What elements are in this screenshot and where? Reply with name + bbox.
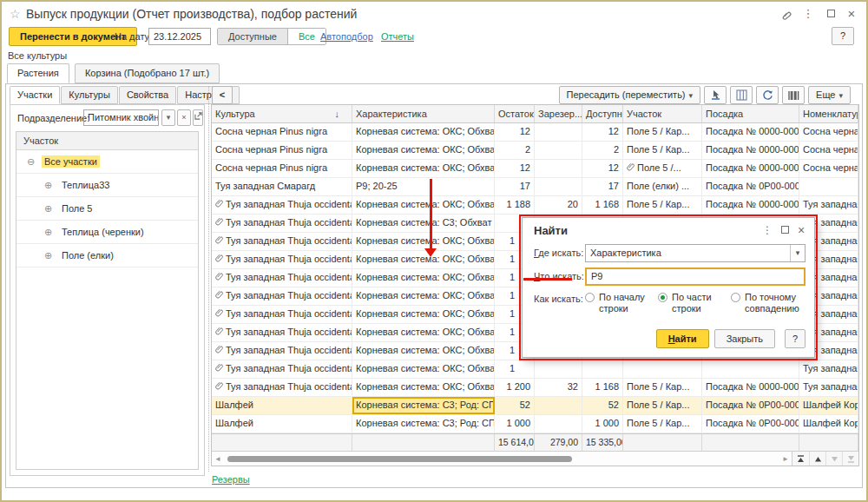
scroll-right-icon[interactable]: ► [779,455,792,463]
scroll-left-icon[interactable]: ◄ [212,455,224,463]
segment-available[interactable]: Доступные [218,29,287,44]
paperclip-icon [215,290,223,300]
nav-last-button[interactable] [842,452,858,466]
window-title: Выпуск продукции (Отчет производства), п… [26,7,357,21]
left-panel: Подразделение: Питомник хвойные ▾ × Учас… [10,104,205,476]
table-row[interactable]: ШалфейКорневая система: С3; Род: СП5252П… [212,397,858,415]
table-row[interactable]: Туя западная СмарагдP9; 20-251717Поле (е… [212,178,858,196]
tree-row[interactable]: ⊕Теплица33 [16,174,198,197]
dialog-maximize-icon[interactable] [778,223,792,237]
radio-label: По точному совпадению [745,292,802,314]
cell-kultura: Туя западная Thuja occidentalis ... [212,360,352,378]
cell-kultura: Шалфей [212,397,352,414]
radio-icon[interactable] [585,293,595,302]
tree-header[interactable]: Участок [16,132,198,150]
dialog-menu-icon[interactable]: ⋮ [760,223,774,237]
header-cell[interactable]: Остаток [495,105,535,123]
table-row[interactable]: Сосна черная Pinus nigraКорневая система… [212,123,858,142]
panel-splitter[interactable] [208,86,209,472]
nav-down-button[interactable] [825,452,842,466]
barcode-button[interactable] [782,86,805,104]
back-button[interactable]: < [212,86,233,104]
left-tab-1[interactable]: Культуры [61,86,118,104]
autopick-link[interactable]: Автоподбор [320,31,373,42]
table-row[interactable]: Туя западная Thuja occidentalis ...Корне… [212,360,858,379]
expand-icon[interactable]: ⊕ [43,227,54,238]
header-cell[interactable]: Участок [623,105,702,123]
close-icon[interactable]: × [844,6,859,22]
radio-option-1[interactable]: По части строки [658,292,729,314]
cell-posadka: Посадка № 0000-0000... [702,196,799,214]
find-button[interactable]: Найти [656,329,709,348]
open-icon[interactable] [193,109,203,126]
link-icon[interactable] [778,6,793,22]
nav-up-button[interactable] [809,452,825,466]
header-cell[interactable]: Посадка [702,105,799,123]
paperclip-icon [215,217,223,227]
header-cell[interactable]: Доступно [582,105,623,123]
tree-row[interactable]: ⊕Поле (елки) [16,244,198,268]
table-row[interactable]: Сосна черная Pinus nigraКорневая система… [212,160,858,178]
scroll-thumb[interactable] [227,456,572,462]
left-tab-2[interactable]: Свойства [119,86,176,104]
radio-icon[interactable] [731,293,740,302]
dialog-help-button[interactable]: ? [785,329,806,348]
replant-button[interactable]: Пересадить (переместить)▾ [559,86,701,104]
menu-dots-icon[interactable]: ⋮ [800,6,816,22]
chevron-down-icon[interactable]: ▾ [790,245,805,261]
header-cell[interactable]: Номенклатура [799,105,858,123]
left-tab-0[interactable]: Участки [10,86,60,104]
hscrollbar[interactable]: ◄ ► [212,451,858,466]
help-button[interactable]: ? [832,27,854,45]
expand-icon[interactable]: ⊕ [43,180,54,191]
nav-first-button[interactable] [792,452,809,466]
tab-plants[interactable]: Растения [7,63,69,83]
where-select[interactable]: Характеристика ▾ [585,244,806,262]
cell-posadka: Посадка № 0Р00-00009... [702,178,799,195]
cell-harakteristika: Корневая система: ОКС; Обхват ... [352,324,495,341]
cell-ostatok: 1 000 [495,415,535,433]
tree-row[interactable]: ⊕Поле 5 [16,197,198,221]
hand-pick-button[interactable] [704,86,727,104]
date-input[interactable] [148,28,211,45]
radio-checked-icon[interactable] [658,293,667,302]
table-row[interactable]: Туя западная Thuja occidentalis ...Корне… [212,196,858,215]
annotation-arrow-head [424,248,437,257]
table-row[interactable]: Сосна черная Pinus nigraКорневая система… [212,142,858,160]
columns-button[interactable] [730,86,753,104]
cell-uchastok: Поле (елки) ... [623,178,702,195]
expand-icon[interactable]: ⊕ [43,203,54,215]
favorite-star-icon[interactable]: ☆ [10,7,21,21]
radio-option-2[interactable]: По точному совпадению [731,292,802,314]
cell-ostatok: 12 [495,123,535,141]
refresh-button[interactable] [756,86,779,104]
cell-zarezervirovano [535,360,582,378]
maximize-icon[interactable] [823,6,838,22]
header-cell[interactable]: Зарезер... [535,105,582,123]
radio-option-0[interactable]: По началу строки [585,292,656,314]
tab-basket[interactable]: Корзина (Подобрано 17 шт.) [75,63,220,83]
cell-uchastok: Поле 5 / Кар... [623,379,702,396]
table-row[interactable]: Туя западная Thuja occidentalis ...Корне… [212,379,858,397]
clear-icon[interactable]: × [177,109,191,126]
tree-row[interactable]: ⊕Теплица (черенки) [16,221,198,244]
dialog-close-icon[interactable]: × [794,223,808,237]
header-cell[interactable]: Культура↓ [212,105,352,123]
expand-icon[interactable]: ⊕ [43,250,54,261]
close-button[interactable]: Закрыть [714,329,775,348]
what-input[interactable]: P9 [585,268,806,286]
cell-harakteristika: Корневая система: ОКС; Обхват ... [352,251,495,268]
tree-row[interactable]: ⊖Все участки [16,150,198,174]
header-cell[interactable]: Характеристика [352,105,495,123]
cell-kultura: Сосна черная Pinus nigra [212,123,352,141]
more-button[interactable]: Еще▾ [808,86,851,104]
cell-kultura: Туя западная Смарагд [212,178,352,195]
collapse-icon[interactable]: ⊖ [25,156,36,168]
reserves-link[interactable]: Резервы [212,474,250,485]
table-row[interactable]: ШалфейКорневая система: С3; Род: СП1 000… [212,415,858,433]
reports-link[interactable]: Отчеты [381,31,414,42]
scroll-track[interactable] [224,454,779,464]
subdivision-input[interactable]: Питомник хвойные [83,109,159,126]
window: ☆ Выпуск продукции (Отчет производства),… [0,0,868,502]
chevron-down-icon[interactable]: ▾ [161,109,175,126]
